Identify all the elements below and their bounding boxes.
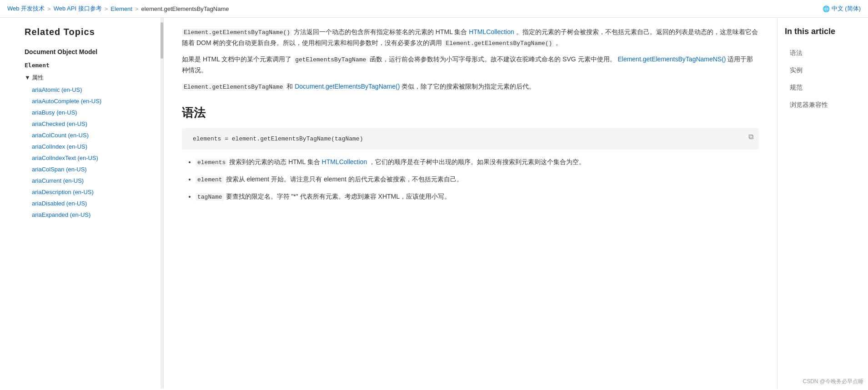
main-layout: Related Topics Document Object Model Ele…	[0, 18, 868, 389]
list-item[interactable]: ariaColIndex (en-US)	[0, 141, 163, 152]
code-syntax: elements = element.getElementsByTagName(…	[191, 135, 365, 143]
code-getElementsByTagName-call: Element.getElementsByTagName()	[182, 29, 292, 36]
list-item: tagName 要查找的限定名。字符 "*" 代表所有元素。考虑到兼容 XHTM…	[196, 191, 759, 202]
list-item[interactable]: ariaExpanded (en-US)	[0, 209, 163, 220]
list-item[interactable]: ariaAtomic (en-US)	[0, 84, 163, 95]
breadcrumb-sep-1: >	[47, 5, 51, 12]
watermark: CSDN @今晚务必早点睡	[803, 378, 863, 385]
list-item[interactable]: ariaCurrent (en-US)	[0, 175, 163, 186]
scrollbar[interactable]	[161, 18, 163, 389]
sidebar-group-attributes[interactable]: ▼ 属性	[0, 71, 163, 84]
intro-p3-end: 类似，除了它的搜索被限制为指定元素的后代。	[401, 83, 535, 90]
breadcrumb-current: element.getElementsByTagName	[141, 5, 229, 12]
link-getElementsByTagNameNS[interactable]: Element.getElementsByTagNameNS()	[617, 55, 726, 63]
content-area: Element.getElementsByTagName() 方法返回一个动态的…	[164, 18, 777, 389]
breadcrumb-sep-3: >	[135, 5, 139, 12]
language-switcher[interactable]: 🌐 中文 (简体)	[823, 5, 861, 13]
toc-item-syntax[interactable]: 语法	[785, 45, 861, 61]
param-element: element	[196, 176, 224, 184]
toc-item-compat[interactable]: 浏览器兼容性	[785, 97, 861, 113]
param-elements-desc-mid: 搜索到的元素的动态 HTML 集合	[229, 158, 321, 165]
sidebar: Related Topics Document Object Model Ele…	[0, 18, 164, 389]
list-item[interactable]: ariaAutoComplete (en-US)	[0, 95, 163, 107]
code-getElementsByTagName-ref: Element.getElementsByTagName()	[444, 40, 554, 47]
param-elements-desc-after: ，它们的顺序是在子树中出现的顺序。如果没有搜索到元素则这个集合为空。	[369, 158, 585, 165]
list-item[interactable]: ariaDisabled (en-US)	[0, 198, 163, 209]
list-item[interactable]: ariaColIndexText (en-US)	[0, 152, 163, 164]
list-item[interactable]: ariaDescription (en-US)	[0, 186, 163, 198]
intro-paragraph-2: 如果是 HTML 文档中的某个元素调用了 getElementsByTagNam…	[182, 54, 759, 76]
intro-p1-text: 方法返回一个动态的包含所有指定标签名的元素的 HTML 集合	[294, 28, 467, 35]
globe-icon: 🌐	[823, 5, 830, 12]
sidebar-category: Element	[0, 59, 163, 71]
sidebar-section-title: Document Object Model	[0, 45, 163, 59]
list-item[interactable]: ariaColSpan (en-US)	[0, 164, 163, 175]
language-label: 中文 (简体)	[832, 5, 861, 13]
parameter-list: elements 搜索到的元素的动态 HTML 集合 HTMLCollectio…	[182, 157, 759, 202]
list-item[interactable]: ariaBusy (en-US)	[0, 107, 163, 118]
code-element-getElementsByTagName: Element.getElementsByTagName	[182, 83, 285, 91]
syntax-heading: 语法	[182, 105, 759, 121]
param-tagname: tagName	[196, 193, 224, 201]
breadcrumb-sep-2: >	[105, 5, 108, 12]
param-element-desc: 搜索从 element 开始。请注意只有 element 的后代元素会被搜索，不…	[226, 175, 463, 183]
copy-icon[interactable]: ⧉	[748, 133, 753, 141]
triangle-icon: ▼ 属性	[25, 74, 44, 82]
intro-p2-mid: 函数，运行前会将参数转为小写字母形式。故不建议在驼峰式命名的 SVG 元素中使用…	[370, 55, 616, 63]
breadcrumb-bar: Web 开发技术 > Web API 接口参考 > Element > elem…	[0, 0, 868, 18]
sidebar-title: Related Topics	[0, 27, 163, 45]
link-htmlcollection-2[interactable]: HTMLCollection	[322, 158, 367, 165]
param-elements: elements	[196, 159, 227, 166]
list-item[interactable]: ariaChecked (en-US)	[0, 118, 163, 130]
intro-paragraph-3: Element.getElementsByTagName 和 Document.…	[182, 81, 759, 92]
link-document-getElementsByTagName[interactable]: Document.getElementsByTagName()	[295, 83, 400, 90]
list-item[interactable]: ariaColCount (en-US)	[0, 130, 163, 141]
code-getElementsByTagName-func: getElementsByTagName	[293, 56, 368, 64]
scroll-thumb[interactable]	[161, 22, 163, 59]
intro-p2-start: 如果是 HTML 文档中的某个元素调用了	[182, 55, 293, 63]
param-tagname-desc: 要查找的限定名。字符 "*" 代表所有元素。考虑到兼容 XHTML，应该使用小写…	[226, 193, 451, 200]
toc-panel: In this article 语法 实例 规范 浏览器兼容性	[777, 18, 868, 389]
breadcrumb-item-2[interactable]: Web API 接口参考	[54, 5, 102, 13]
breadcrumb-item-1[interactable]: Web 开发技术	[7, 5, 45, 13]
toc-title: In this article	[785, 27, 861, 36]
link-htmlcollection[interactable]: HTMLCollection	[469, 28, 514, 35]
intro-p3-mid: 和	[286, 83, 295, 90]
intro-paragraph-1: Element.getElementsByTagName() 方法返回一个动态的…	[182, 27, 759, 49]
intro-p1-end: 。	[556, 39, 562, 46]
code-block: elements = element.getElementsByTagName(…	[182, 128, 759, 150]
breadcrumb-item-3[interactable]: Element	[110, 5, 132, 12]
toc-item-examples[interactable]: 实例	[785, 63, 861, 78]
toc-item-spec[interactable]: 规范	[785, 80, 861, 95]
list-item: elements 搜索到的元素的动态 HTML 集合 HTMLCollectio…	[196, 157, 759, 168]
list-item: element 搜索从 element 开始。请注意只有 element 的后代…	[196, 174, 759, 185]
